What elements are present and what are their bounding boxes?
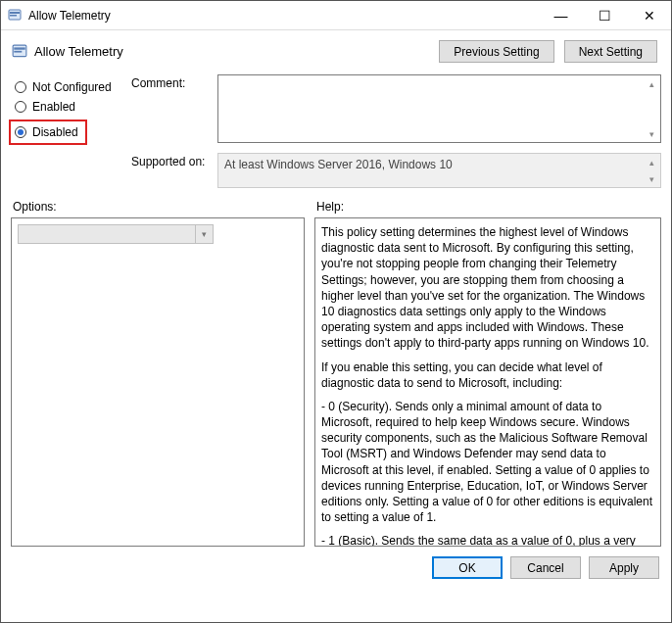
radio-icon [15,81,26,93]
help-label: Help: [316,200,344,214]
help-text: This policy setting determines the highe… [321,224,654,352]
radio-icon [15,101,26,113]
svg-rect-2 [10,15,17,17]
radio-not-configured[interactable]: Not Configured [15,80,123,94]
cancel-button[interactable]: Cancel [510,556,581,579]
scroll-up-icon: ▴ [644,75,660,92]
next-setting-button[interactable]: Next Setting [564,40,657,63]
scroll-up-icon: ▴ [644,154,660,170]
chevron-down-icon: ▾ [195,225,213,243]
help-text: - 0 (Security). Sends only a minimal amo… [321,399,654,526]
highlight-annotation: Disabled [9,120,87,145]
header: Allow Telemetry Previous Setting Next Se… [1,30,671,69]
svg-rect-3 [13,45,26,56]
state-radio-group: Not Configured Enabled Disabled [11,74,123,188]
comment-input[interactable]: ▴ ▾ [217,74,661,143]
supported-on-label: Supported on: [131,153,212,168]
radio-label: Disabled [32,125,78,139]
supported-on-value: At least Windows Server 2016, Windows 10 [224,158,453,171]
maximize-button[interactable]: ☐ [583,1,627,30]
scrollbar[interactable]: ▴ ▾ [644,154,660,187]
policy-icon [7,8,23,24]
radio-enabled[interactable]: Enabled [15,100,123,114]
svg-rect-5 [14,50,22,52]
scroll-down-icon: ▾ [644,170,660,187]
titlebar: Allow Telemetry — ☐ ✕ [1,1,671,30]
page-title: Allow Telemetry [34,44,439,59]
ok-button[interactable]: OK [432,556,503,579]
minimize-button[interactable]: — [539,1,583,30]
scrollbar[interactable]: ▴ ▾ [644,75,660,142]
options-pane: ▾ [11,217,305,547]
radio-disabled[interactable]: Disabled [15,125,81,139]
close-button[interactable]: ✕ [627,1,671,30]
comment-label: Comment: [131,74,212,90]
radio-icon [15,126,26,138]
options-dropdown[interactable]: ▾ [18,224,214,244]
svg-rect-1 [10,12,20,14]
options-label: Options: [13,200,316,214]
policy-icon [11,43,28,61]
window-title: Allow Telemetry [28,9,539,23]
dialog-buttons: OK Cancel Apply [1,547,671,589]
help-text: - 1 (Basic). Sends the same data as a va… [321,533,654,547]
apply-button[interactable]: Apply [589,556,659,579]
help-text: If you enable this setting, you can deci… [321,359,654,391]
supported-on-value-box: At least Windows Server 2016, Windows 10… [217,153,661,188]
scroll-down-icon: ▾ [644,125,660,142]
help-pane[interactable]: This policy setting determines the highe… [314,217,661,547]
svg-rect-4 [14,47,24,49]
previous-setting-button[interactable]: Previous Setting [439,40,553,63]
radio-label: Enabled [32,100,75,114]
radio-label: Not Configured [32,80,112,94]
